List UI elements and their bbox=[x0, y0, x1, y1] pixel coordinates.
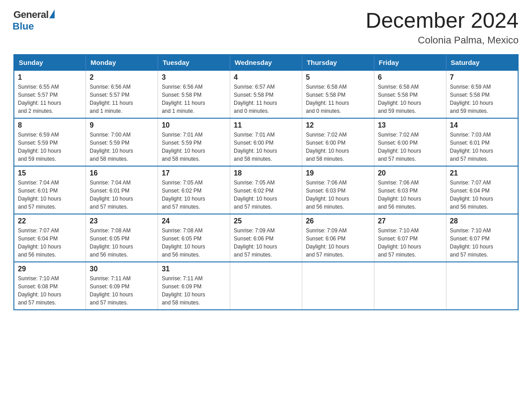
day-info: Sunrise: 6:58 AMSunset: 5:58 PMDaylight:… bbox=[378, 83, 442, 115]
page-header: General Blue December 2024 Colonia Palma… bbox=[13, 9, 519, 46]
day-cell: 12Sunrise: 7:02 AMSunset: 6:00 PMDayligh… bbox=[302, 118, 374, 166]
day-info: Sunrise: 7:11 AMSunset: 6:09 PMDaylight:… bbox=[162, 274, 226, 307]
day-number: 18 bbox=[234, 169, 298, 177]
day-info: Sunrise: 7:05 AMSunset: 6:02 PMDaylight:… bbox=[162, 179, 226, 211]
day-number: 4 bbox=[234, 73, 298, 81]
day-number: 27 bbox=[378, 217, 442, 225]
day-cell: 31Sunrise: 7:11 AMSunset: 6:09 PMDayligh… bbox=[158, 262, 230, 310]
day-cell: 17Sunrise: 7:05 AMSunset: 6:02 PMDayligh… bbox=[158, 166, 230, 214]
day-cell bbox=[374, 262, 446, 310]
header-saturday: Saturday bbox=[446, 55, 518, 70]
day-info: Sunrise: 6:56 AMSunset: 5:58 PMDaylight:… bbox=[162, 83, 226, 115]
day-info: Sunrise: 7:11 AMSunset: 6:09 PMDaylight:… bbox=[90, 274, 154, 307]
day-cell: 3Sunrise: 6:56 AMSunset: 5:58 PMDaylight… bbox=[158, 70, 230, 118]
week-row-3: 15Sunrise: 7:04 AMSunset: 6:01 PMDayligh… bbox=[14, 166, 518, 214]
day-cell: 21Sunrise: 7:07 AMSunset: 6:04 PMDayligh… bbox=[446, 166, 518, 214]
day-cell: 4Sunrise: 6:57 AMSunset: 5:58 PMDaylight… bbox=[230, 70, 302, 118]
week-row-2: 8Sunrise: 6:59 AMSunset: 5:59 PMDaylight… bbox=[14, 118, 518, 166]
day-cell: 25Sunrise: 7:09 AMSunset: 6:06 PMDayligh… bbox=[230, 214, 302, 262]
day-info: Sunrise: 7:02 AMSunset: 6:00 PMDaylight:… bbox=[306, 131, 370, 163]
month-title: December 2024 bbox=[365, 9, 519, 33]
day-cell: 13Sunrise: 7:02 AMSunset: 6:00 PMDayligh… bbox=[374, 118, 446, 166]
day-number: 5 bbox=[306, 73, 370, 81]
day-info: Sunrise: 6:57 AMSunset: 5:58 PMDaylight:… bbox=[234, 83, 298, 115]
day-number: 30 bbox=[90, 265, 154, 273]
title-block: December 2024 Colonia Palma, Mexico bbox=[365, 9, 519, 46]
day-number: 3 bbox=[162, 73, 226, 81]
day-info: Sunrise: 6:55 AMSunset: 5:57 PMDaylight:… bbox=[18, 83, 82, 115]
calendar-header-row: SundayMondayTuesdayWednesdayThursdayFrid… bbox=[14, 55, 518, 70]
day-info: Sunrise: 7:01 AMSunset: 5:59 PMDaylight:… bbox=[162, 131, 226, 163]
day-info: Sunrise: 7:10 AMSunset: 6:07 PMDaylight:… bbox=[378, 227, 442, 259]
day-cell: 27Sunrise: 7:10 AMSunset: 6:07 PMDayligh… bbox=[374, 214, 446, 262]
day-number: 28 bbox=[450, 217, 514, 225]
calendar-table: SundayMondayTuesdayWednesdayThursdayFrid… bbox=[13, 54, 519, 310]
day-info: Sunrise: 6:56 AMSunset: 5:57 PMDaylight:… bbox=[90, 83, 154, 115]
week-row-4: 22Sunrise: 7:07 AMSunset: 6:04 PMDayligh… bbox=[14, 214, 518, 262]
day-info: Sunrise: 7:05 AMSunset: 6:02 PMDaylight:… bbox=[234, 179, 298, 211]
day-info: Sunrise: 7:09 AMSunset: 6:06 PMDaylight:… bbox=[234, 227, 298, 259]
day-info: Sunrise: 7:06 AMSunset: 6:03 PMDaylight:… bbox=[378, 179, 442, 211]
day-number: 25 bbox=[234, 217, 298, 225]
day-info: Sunrise: 7:04 AMSunset: 6:01 PMDaylight:… bbox=[18, 179, 82, 211]
day-info: Sunrise: 6:59 AMSunset: 5:58 PMDaylight:… bbox=[450, 83, 514, 115]
day-info: Sunrise: 7:10 AMSunset: 6:08 PMDaylight:… bbox=[18, 274, 82, 307]
day-number: 20 bbox=[378, 169, 442, 177]
day-number: 23 bbox=[90, 217, 154, 225]
logo-triangle-icon bbox=[49, 9, 55, 18]
day-cell: 10Sunrise: 7:01 AMSunset: 5:59 PMDayligh… bbox=[158, 118, 230, 166]
day-number: 16 bbox=[90, 169, 154, 177]
header-thursday: Thursday bbox=[302, 55, 374, 70]
day-number: 26 bbox=[306, 217, 370, 225]
day-cell: 16Sunrise: 7:04 AMSunset: 6:01 PMDayligh… bbox=[86, 166, 158, 214]
day-number: 29 bbox=[18, 265, 82, 273]
day-info: Sunrise: 7:00 AMSunset: 5:59 PMDaylight:… bbox=[90, 131, 154, 163]
logo: General Blue bbox=[13, 9, 55, 32]
day-info: Sunrise: 7:10 AMSunset: 6:07 PMDaylight:… bbox=[450, 227, 514, 259]
day-cell: 5Sunrise: 6:58 AMSunset: 5:58 PMDaylight… bbox=[302, 70, 374, 118]
header-friday: Friday bbox=[374, 55, 446, 70]
day-cell: 2Sunrise: 6:56 AMSunset: 5:57 PMDaylight… bbox=[86, 70, 158, 118]
day-number: 7 bbox=[450, 73, 514, 81]
day-number: 22 bbox=[18, 217, 82, 225]
day-info: Sunrise: 7:04 AMSunset: 6:01 PMDaylight:… bbox=[90, 179, 154, 211]
day-info: Sunrise: 7:08 AMSunset: 6:05 PMDaylight:… bbox=[162, 227, 226, 259]
day-number: 21 bbox=[450, 169, 514, 177]
day-cell: 23Sunrise: 7:08 AMSunset: 6:05 PMDayligh… bbox=[86, 214, 158, 262]
day-number: 12 bbox=[306, 121, 370, 129]
day-info: Sunrise: 6:58 AMSunset: 5:58 PMDaylight:… bbox=[306, 83, 370, 115]
day-cell: 9Sunrise: 7:00 AMSunset: 5:59 PMDaylight… bbox=[86, 118, 158, 166]
day-number: 14 bbox=[450, 121, 514, 129]
day-number: 8 bbox=[18, 121, 82, 129]
logo-general-text: General bbox=[13, 9, 48, 21]
logo-blue-text: Blue bbox=[13, 21, 34, 32]
day-cell: 18Sunrise: 7:05 AMSunset: 6:02 PMDayligh… bbox=[230, 166, 302, 214]
day-info: Sunrise: 7:07 AMSunset: 6:04 PMDaylight:… bbox=[18, 227, 82, 259]
day-number: 19 bbox=[306, 169, 370, 177]
day-cell: 19Sunrise: 7:06 AMSunset: 6:03 PMDayligh… bbox=[302, 166, 374, 214]
day-number: 10 bbox=[162, 121, 226, 129]
header-sunday: Sunday bbox=[14, 55, 86, 70]
header-tuesday: Tuesday bbox=[158, 55, 230, 70]
day-cell: 24Sunrise: 7:08 AMSunset: 6:05 PMDayligh… bbox=[158, 214, 230, 262]
day-info: Sunrise: 7:09 AMSunset: 6:06 PMDaylight:… bbox=[306, 227, 370, 259]
day-number: 24 bbox=[162, 217, 226, 225]
day-cell: 26Sunrise: 7:09 AMSunset: 6:06 PMDayligh… bbox=[302, 214, 374, 262]
day-info: Sunrise: 7:07 AMSunset: 6:04 PMDaylight:… bbox=[450, 179, 514, 211]
day-cell: 15Sunrise: 7:04 AMSunset: 6:01 PMDayligh… bbox=[14, 166, 86, 214]
day-cell: 11Sunrise: 7:01 AMSunset: 6:00 PMDayligh… bbox=[230, 118, 302, 166]
day-cell: 28Sunrise: 7:10 AMSunset: 6:07 PMDayligh… bbox=[446, 214, 518, 262]
day-number: 13 bbox=[378, 121, 442, 129]
location: Colonia Palma, Mexico bbox=[365, 34, 519, 46]
day-number: 6 bbox=[378, 73, 442, 81]
day-cell: 8Sunrise: 6:59 AMSunset: 5:59 PMDaylight… bbox=[14, 118, 86, 166]
week-row-5: 29Sunrise: 7:10 AMSunset: 6:08 PMDayligh… bbox=[14, 262, 518, 310]
day-number: 2 bbox=[90, 73, 154, 81]
day-cell: 29Sunrise: 7:10 AMSunset: 6:08 PMDayligh… bbox=[14, 262, 86, 310]
day-cell: 7Sunrise: 6:59 AMSunset: 5:58 PMDaylight… bbox=[446, 70, 518, 118]
day-number: 31 bbox=[162, 265, 226, 273]
header-monday: Monday bbox=[86, 55, 158, 70]
day-number: 9 bbox=[90, 121, 154, 129]
day-info: Sunrise: 6:59 AMSunset: 5:59 PMDaylight:… bbox=[18, 131, 82, 163]
day-info: Sunrise: 7:01 AMSunset: 6:00 PMDaylight:… bbox=[234, 131, 298, 163]
